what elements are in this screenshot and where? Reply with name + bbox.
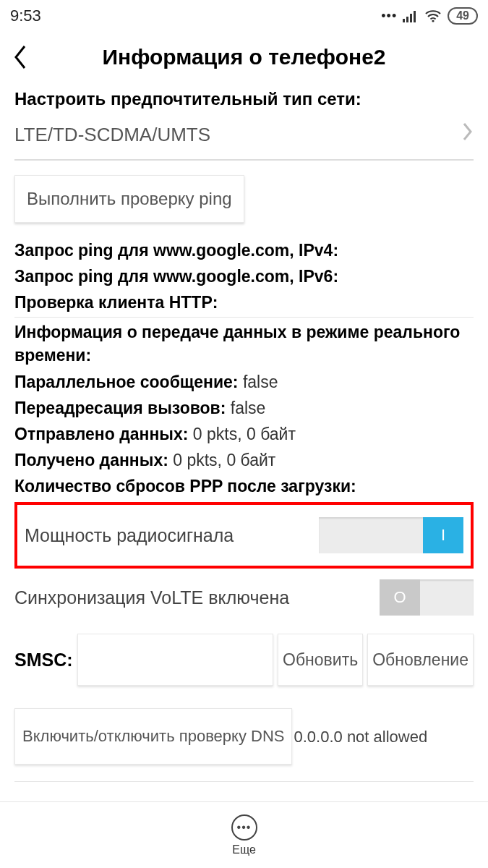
svg-rect-2 xyxy=(410,14,412,22)
status-bar: 9:53 ••• 49 xyxy=(0,0,488,32)
run-ping-button[interactable]: Выполнить проверку ping xyxy=(14,175,244,223)
recv-value: 0 pkts, 0 байт xyxy=(173,451,275,469)
sent-row: Отправлено данных: 0 pkts, 0 байт xyxy=(14,422,474,446)
http-check-label: Проверка клиента HTTP: xyxy=(14,291,474,314)
svg-rect-3 xyxy=(414,11,416,22)
toggle-off-icon: O xyxy=(380,579,420,616)
smsc-refresh-label: Обновить xyxy=(283,648,358,671)
radio-power-row: Мощность радиосигнала I xyxy=(17,506,471,564)
dns-toggle-button[interactable]: Включить/отключить проверку DNS xyxy=(14,708,292,765)
status-time: 9:53 xyxy=(10,7,41,25)
divider xyxy=(14,781,474,782)
chevron-right-icon xyxy=(462,122,474,148)
wifi-icon xyxy=(424,9,442,22)
svg-rect-1 xyxy=(406,17,408,22)
more-label[interactable]: Еще xyxy=(232,843,256,856)
pref-net-row[interactable]: LTE/TD-SCDMA/UMTS xyxy=(14,111,474,161)
sent-value: 0 pkts, 0 байт xyxy=(193,425,296,443)
title-bar: Информация о телефоне2 xyxy=(0,32,488,82)
pref-net-label: Настроить предпочтительный тип сети: xyxy=(14,87,474,111)
dns-row: Включить/отключить проверку DNS 0.0.0.0 … xyxy=(14,707,474,765)
volte-row: Синхронизация VoLTE включена O xyxy=(14,569,474,626)
volte-toggle[interactable]: O xyxy=(380,579,474,616)
radio-power-highlight: Мощность радиосигнала I xyxy=(14,502,474,569)
ping-ipv6-label: Запрос ping для www.google.com, IPv6: xyxy=(14,265,474,288)
smsc-row: SMSC: Обновить Обновление xyxy=(14,629,474,690)
ping-ipv4-label: Запрос ping для www.google.com, IPv4: xyxy=(14,239,474,262)
ppp-reset-row: Количество сбросов PPP после загрузки: xyxy=(14,475,474,498)
realtime-header: Информация о передаче данных в режиме ре… xyxy=(14,320,474,367)
radio-power-toggle[interactable]: I xyxy=(319,517,463,553)
toggle-on-icon: I xyxy=(423,517,463,553)
smsc-update-label: Обновление xyxy=(372,648,468,671)
svg-point-4 xyxy=(432,20,435,22)
dns-toggle-label: Включить/отключить проверку DNS xyxy=(22,726,284,748)
smsc-input[interactable] xyxy=(77,634,273,686)
signal-icon xyxy=(403,9,419,22)
call-fwd-value: false xyxy=(231,399,266,417)
battery-icon: 49 xyxy=(448,7,478,25)
more-dots-icon: ••• xyxy=(381,9,397,24)
status-right: ••• 49 xyxy=(381,7,478,25)
smsc-update-button[interactable]: Обновление xyxy=(367,634,474,686)
run-ping-label: Выполнить проверку ping xyxy=(27,187,232,211)
recv-row: Получено данных: 0 pkts, 0 байт xyxy=(14,448,474,472)
smsc-refresh-button[interactable]: Обновить xyxy=(278,634,363,686)
svg-rect-0 xyxy=(403,19,405,22)
smsc-label: SMSC: xyxy=(14,647,73,673)
page-title: Информация о телефоне2 xyxy=(13,45,475,69)
concurrent-value: false xyxy=(243,373,278,391)
volte-label: Синхронизация VoLTE включена xyxy=(14,585,289,610)
pref-net-value: LTE/TD-SCDMA/UMTS xyxy=(14,122,210,148)
concurrent-row: Параллельное сообщение: false xyxy=(14,370,474,393)
radio-power-label: Мощность радиосигнала xyxy=(25,523,234,548)
more-icon[interactable]: ••• xyxy=(231,814,257,841)
dns-value: 0.0.0.0 not allowed xyxy=(294,727,427,747)
bottom-bar: ••• Еще xyxy=(0,801,488,868)
content: Настроить предпочтительный тип сети: LTE… xyxy=(0,87,488,782)
call-fwd-row: Переадресация вызовов: false xyxy=(14,396,474,420)
divider xyxy=(14,317,474,318)
